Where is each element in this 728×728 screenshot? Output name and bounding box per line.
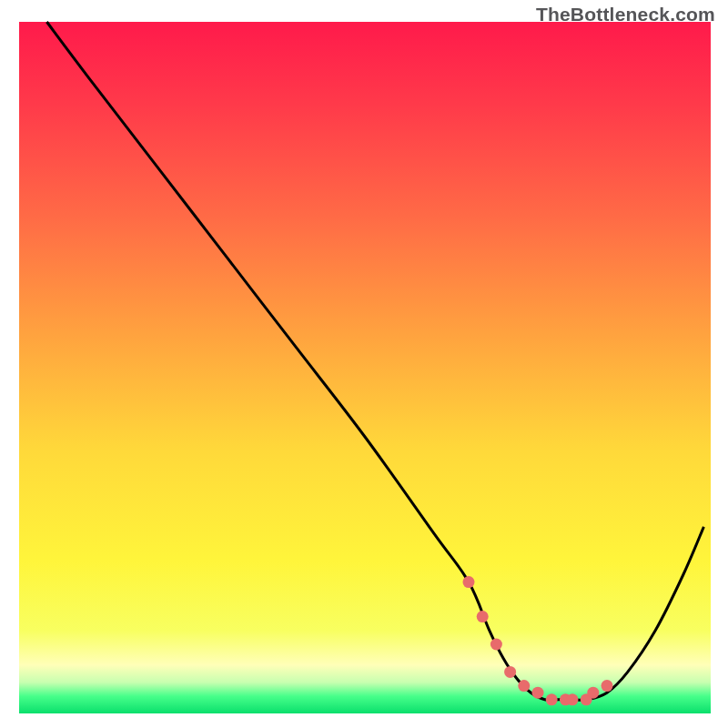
optimal-dot [463,576,475,588]
optimal-dot [518,680,530,692]
plot-background [19,22,711,713]
watermark-text: TheBottleneck.com [536,4,715,25]
bottleneck-chart: TheBottleneck.com [0,0,728,728]
optimal-dot [490,639,502,651]
optimal-dot [546,693,558,705]
optimal-dot [504,666,516,678]
optimal-dot [532,687,544,699]
optimal-dot [602,680,613,692]
optimal-dot [477,611,489,622]
chart-svg [0,0,728,728]
optimal-dot [567,693,579,705]
optimal-dot [587,687,599,699]
